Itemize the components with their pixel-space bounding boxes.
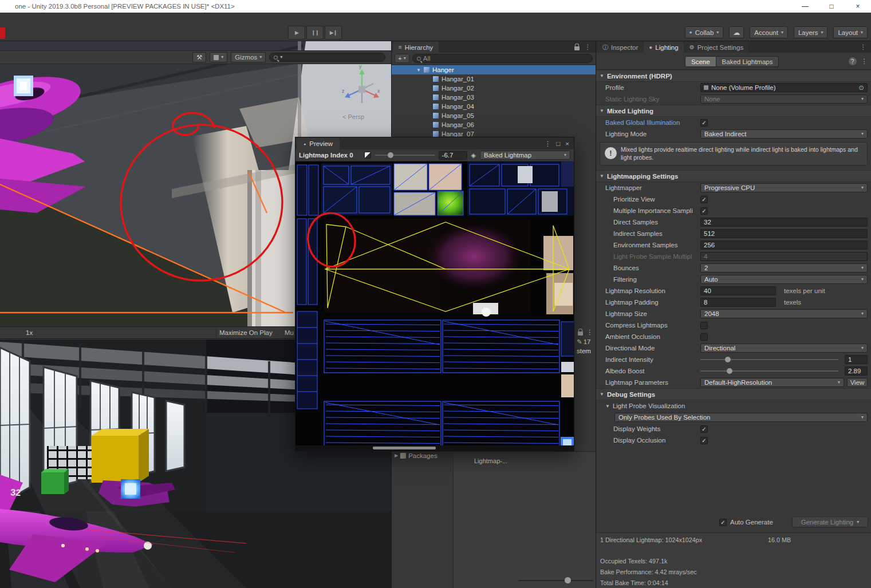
play-button[interactable]: ▶ [288, 26, 305, 40]
scene-search-input[interactable]: ▾ [269, 53, 385, 62]
dropdown[interactable]: None▾ [700, 94, 868, 104]
subtab-baked-lightmaps[interactable]: Baked Lightmaps [716, 56, 779, 67]
project-divider[interactable] [453, 456, 454, 588]
game-scale-dropdown[interactable]: 1x [26, 329, 33, 336]
maximize-icon[interactable]: □ [556, 140, 560, 147]
exposure-slider[interactable] [375, 155, 435, 156]
foldout-icon[interactable]: ▼ [416, 68, 424, 73]
panel-menu-icon[interactable]: ⋮ [861, 57, 868, 65]
section-header-lightmapping-settings[interactable]: ▼Lightmapping Settings [596, 170, 871, 182]
slider-handle[interactable] [725, 357, 731, 362]
axis-y-label: y [359, 64, 362, 69]
slider[interactable] [700, 370, 838, 372]
tab-inspector[interactable]: ⓘ Inspector [597, 42, 643, 53]
panel-menu-icon[interactable]: ⋮ [860, 43, 867, 51]
number-field[interactable]: 40 [700, 286, 776, 295]
plane-number: 32 [10, 487, 21, 498]
dropdown[interactable]: Directional▾ [700, 344, 868, 353]
close-button[interactable]: × [845, 0, 871, 13]
dropdown[interactable]: Auto▾ [700, 275, 868, 284]
checkbox[interactable] [700, 333, 708, 341]
number-field[interactable]: 8 [700, 298, 776, 307]
view-button[interactable]: View [847, 378, 868, 387]
project-zoom-slider[interactable] [519, 577, 593, 584]
checkbox[interactable]: ✓ [700, 196, 708, 203]
toolbar-red-fragment [0, 27, 5, 39]
project-packages-item[interactable]: ▶ Packages [395, 452, 438, 459]
minimize-button[interactable]: — [792, 0, 818, 13]
number-field[interactable]: 2.89 [845, 366, 868, 376]
account-button[interactable]: Account ▾ [750, 26, 788, 38]
mute-audio-toggle[interactable]: Mu [285, 329, 294, 336]
pause-button[interactable]: ❙❙ [306, 26, 324, 40]
object-field[interactable]: None (Volume Profile)⊙ [700, 83, 868, 92]
shading-mode-button[interactable]: ▾ [210, 52, 227, 62]
panel-menu-icon[interactable]: ⋮ [585, 43, 592, 51]
hierarchy-item[interactable]: Hangar_04 [392, 102, 596, 111]
slider[interactable] [700, 359, 838, 360]
hierarchy-search-input[interactable]: All [412, 54, 593, 63]
auto-generate-checkbox[interactable]: ✓ [719, 519, 727, 526]
slider-handle[interactable] [565, 577, 571, 583]
slider-handle[interactable] [727, 368, 732, 374]
cloud-button[interactable]: ☁ [729, 26, 744, 38]
number-field[interactable]: 512 [700, 229, 868, 238]
tab-project-settings[interactable]: ⚙ Project Settings [684, 42, 749, 53]
collab-button[interactable]: ● Collab ▾ [685, 26, 723, 38]
checkbox[interactable]: ✓ [700, 119, 708, 127]
checkbox[interactable] [700, 322, 708, 329]
foldout-label[interactable]: ▼Light Probe Visualization [596, 402, 685, 409]
gizmos-button[interactable]: Gizmos ▾ [231, 52, 266, 62]
checkbox[interactable]: ✓ [700, 207, 708, 215]
lightmap-mode-dropdown[interactable]: Baked Lightmap ▾ [480, 151, 570, 160]
lightmap-preview[interactable] [295, 161, 574, 451]
slider-handle[interactable] [388, 152, 393, 158]
dropdown[interactable]: Baked Indirect▾ [700, 129, 868, 139]
tab-preview[interactable]: ● Preview [297, 138, 340, 149]
checkbox[interactable]: ✓ [700, 425, 708, 433]
scrollbar-thumb[interactable] [373, 447, 436, 449]
help-icon[interactable]: ? [849, 57, 857, 65]
step-button[interactable]: ▶❙ [325, 26, 342, 40]
tab-hierarchy[interactable]: ≡ Hierarchy [393, 42, 439, 53]
hierarchy-item[interactable]: Hangar_02 [392, 84, 596, 93]
section-header-mixed-lighting[interactable]: ▼Mixed Lighting [596, 105, 871, 117]
project-asset-area[interactable] [454, 452, 596, 588]
window-menu-icon[interactable]: ⋮ [545, 140, 551, 148]
scene-orientation-gizmo[interactable]: y x z [341, 64, 383, 117]
number-field[interactable]: 256 [700, 240, 868, 250]
lock-icon[interactable] [574, 46, 580, 50]
dropdown[interactable]: Only Probes Used By Selection▾ [614, 413, 868, 422]
number-field[interactable]: 4 [700, 252, 868, 261]
exposure-value-field[interactable]: -6.7 [439, 151, 467, 160]
object-picker-icon[interactable]: ⊙ [858, 84, 864, 92]
subtab-scene[interactable]: Scene [685, 56, 716, 67]
selected-asset-label[interactable]: Lightmap-... [474, 457, 507, 464]
close-icon[interactable]: × [565, 140, 569, 147]
layers-button[interactable]: Layers ▾ [794, 26, 828, 38]
number-field[interactable]: 1 [845, 355, 868, 364]
hierarchy-item[interactable]: Hangar_05 [392, 111, 596, 120]
checkbox[interactable]: ✓ [700, 437, 708, 444]
section-header-debug-settings[interactable]: ▼Debug Settings [596, 388, 871, 400]
horizontal-scrollbar[interactable] [295, 445, 574, 451]
section-header-environment-hdrp[interactable]: ▼Environment (HDRP) [596, 70, 871, 82]
dropdown[interactable]: Default-HighResolution▾ [700, 378, 844, 387]
number-field[interactable]: 32 [700, 218, 868, 227]
maximize-button[interactable]: □ [818, 0, 845, 13]
maximize-on-play-toggle[interactable]: Maximize On Play [219, 329, 273, 336]
hierarchy-item[interactable]: Hangar_01 [392, 74, 596, 84]
dropdown[interactable]: Progressive CPU▾ [700, 183, 868, 192]
dropdown[interactable]: 2▾ [700, 263, 868, 273]
tools-button[interactable]: ⚒ [192, 52, 206, 62]
layout-button[interactable]: Layout ▾ [833, 26, 868, 38]
hierarchy-item-root[interactable]: ▼Hanger [392, 65, 596, 74]
hierarchy-item[interactable]: Hangar_06 [392, 120, 596, 129]
generate-lighting-button[interactable]: Generate Lighting ▾ [792, 516, 868, 527]
foldout-icon: ▶ [395, 453, 398, 458]
persp-label[interactable]: < Persp [342, 113, 364, 120]
dropdown[interactable]: 2048▾ [700, 309, 868, 318]
create-button[interactable]: + ▾ [395, 54, 409, 63]
tab-lighting[interactable]: ● Lighting [644, 42, 683, 53]
hierarchy-item[interactable]: Hangar_03 [392, 93, 596, 102]
